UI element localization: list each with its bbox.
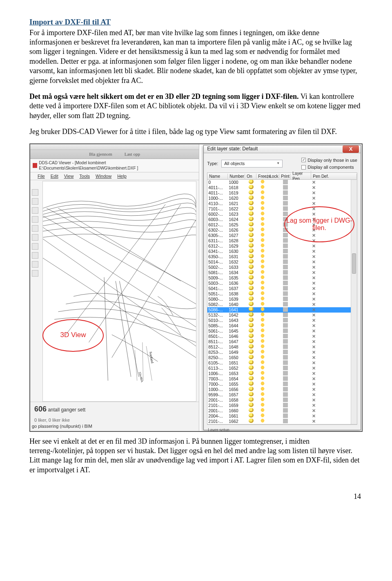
bulb-icon <box>249 296 254 301</box>
bulb-icon <box>249 323 254 327</box>
sun-icon <box>260 333 265 338</box>
dialog-titlebar: Edit layer state: Default X <box>204 145 361 153</box>
sun-icon <box>260 317 265 322</box>
browser-toolbar <box>30 144 199 150</box>
annotation-layers: Lag som ligger i DWG-filen. <box>284 206 354 242</box>
window-title-text: DDS-CAD Viewer - [Model kombinert E:\Doc… <box>39 160 196 171</box>
bulb-icon <box>249 270 254 274</box>
tool-icon[interactable] <box>32 234 38 241</box>
tool-icon[interactable] <box>32 270 38 277</box>
bulb-icon <box>249 302 254 306</box>
printer-icon <box>283 413 288 418</box>
sun-icon <box>260 180 265 184</box>
hdr-name[interactable]: Name <box>207 174 228 179</box>
menu-help[interactable]: Help <box>117 173 127 179</box>
tool-icon[interactable] <box>32 189 38 196</box>
printer-icon <box>283 323 288 328</box>
layer-row[interactable]: 2101-...1662✕ <box>207 419 357 424</box>
sun-icon <box>260 270 265 274</box>
tool-icon[interactable] <box>32 261 38 268</box>
scrollbar-thumb[interactable] <box>352 253 356 274</box>
printer-icon <box>283 212 288 216</box>
printer-icon <box>283 408 288 413</box>
tab-browse[interactable]: Bla gjennom <box>89 151 112 157</box>
printer-icon <box>283 307 288 312</box>
printer-icon <box>283 371 288 375</box>
printer-icon <box>283 206 288 211</box>
bulb-icon <box>249 408 254 412</box>
bulb-icon <box>249 275 254 279</box>
tool-icon[interactable] <box>32 198 38 205</box>
menu-bar: File Edit View Tools Window Help <box>30 172 199 180</box>
bulb-icon <box>249 402 254 407</box>
printer-icon <box>283 313 288 317</box>
printer-icon <box>283 339 288 344</box>
menu-window[interactable]: Window <box>96 173 111 179</box>
menu-tools[interactable]: Tools <box>79 173 90 179</box>
printer-icon <box>283 366 288 370</box>
tool-icon[interactable] <box>32 216 38 223</box>
sun-icon <box>260 408 265 412</box>
cross-icon: ✕ <box>312 355 316 360</box>
cross-icon: ✕ <box>312 334 316 339</box>
printer-icon <box>283 190 288 195</box>
para2-bold: Det må også være helt sikkert om det er … <box>29 92 299 101</box>
printer-icon <box>283 403 288 407</box>
tab-upload[interactable]: Last opp <box>125 151 140 157</box>
printer-icon <box>283 244 288 248</box>
printer-icon <box>283 265 288 269</box>
viewer-bottom-bar: 606 antall ganger sett 0 liker, 0 liker … <box>30 402 199 431</box>
hdr-print[interactable]: Print <box>279 174 291 179</box>
paragraph-4: Her see vi enkelt at det er en fil med 3… <box>29 437 363 475</box>
sun-icon <box>260 413 265 418</box>
sun-icon <box>260 418 265 423</box>
menu-file[interactable]: File <box>38 173 45 179</box>
cross-icon: ✕ <box>312 323 316 328</box>
tool-icon[interactable] <box>32 252 38 259</box>
chk-all-components[interactable]: Display all components <box>301 164 357 170</box>
cross-icon: ✕ <box>312 180 316 185</box>
hdr-number[interactable]: Number <box>228 174 245 179</box>
cross-icon: ✕ <box>312 275 316 280</box>
scrollbar[interactable] <box>351 180 357 424</box>
sun-icon <box>260 211 265 216</box>
close-button[interactable]: X <box>343 145 359 153</box>
hdr-lock[interactable]: Lock <box>268 174 279 179</box>
sun-icon <box>260 217 265 221</box>
cross-icon: ✕ <box>312 302 316 307</box>
menu-view[interactable]: View <box>64 173 74 179</box>
hdr-on[interactable]: On <box>245 174 256 179</box>
printer-icon <box>283 286 288 290</box>
printer-icon <box>283 344 288 349</box>
bulb-icon <box>249 211 254 216</box>
hdr-pendef[interactable]: Pen Def. <box>311 174 357 179</box>
bulb-icon <box>249 217 254 221</box>
sun-icon <box>260 222 265 226</box>
hdr-freeze[interactable]: Freeze <box>256 174 268 179</box>
chk-only-in-use[interactable]: ✓ Display only those in use <box>301 157 357 163</box>
type-select[interactable]: All objects ▼ <box>221 160 283 168</box>
screenshot-container: Bla gjennom Last opp DDS-CAD Viewer - [M… <box>29 143 363 432</box>
cross-icon: ✕ <box>312 265 316 270</box>
cross-icon: ✕ <box>312 366 316 371</box>
annotation-layers-text: Lag som ligger i DWG-filen. <box>285 217 354 231</box>
cross-icon: ✕ <box>312 297 316 302</box>
sun-icon <box>260 238 265 242</box>
sun-icon <box>260 291 265 295</box>
tool-icon[interactable] <box>32 225 38 232</box>
bulb-icon <box>249 392 254 396</box>
bulb-icon <box>249 185 254 189</box>
bulb-icon <box>249 286 254 290</box>
tab-bar: Bla gjennom Last opp <box>30 150 199 159</box>
tool-icon[interactable] <box>32 207 38 214</box>
tool-icon[interactable] <box>32 243 38 250</box>
cross-icon: ✕ <box>312 387 316 392</box>
paragraph-3: Jeg bruker DDS-CAD Viewer for å titte i … <box>29 127 363 136</box>
terrain-svg: Sortland 22a/80A <box>43 181 196 388</box>
printer-icon <box>283 281 288 285</box>
drawing-viewport[interactable]: Sortland 22a/80A <box>42 181 196 402</box>
menu-edit[interactable]: Edit <box>51 173 58 179</box>
printer-icon <box>283 185 288 190</box>
printer-icon <box>283 387 288 391</box>
sun-icon <box>260 296 265 301</box>
